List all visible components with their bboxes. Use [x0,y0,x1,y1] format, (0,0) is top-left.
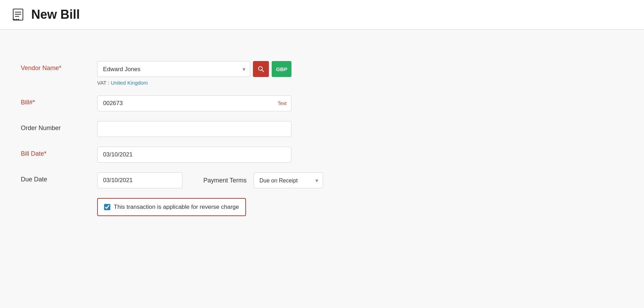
page-header: New Bill [0,0,644,29]
reverse-charge-box: This transaction is applicable for rever… [97,198,246,216]
order-number-label: Order Number [21,121,97,132]
bill-date-label: Bill Date* [21,147,97,157]
bill-number-label: Bill#* [21,95,97,106]
due-date-row: Due Date Payment Terms Due on Receipt Ne… [21,172,465,188]
search-icon [257,66,264,72]
page-title: New Bill [31,7,80,22]
reverse-charge-row: This transaction is applicable for rever… [97,198,465,216]
vendor-select-wrapper: Edward Jones [97,61,250,77]
vendor-input-row: Edward Jones GBP [97,61,291,77]
svg-line-5 [262,70,264,72]
bill-date-input[interactable] [97,147,291,163]
bill-number-wrapper: Text [97,95,291,111]
payment-terms-select-wrapper: Due on Receipt Net 15 Net 30 Net 60 [254,172,323,188]
reverse-charge-label: This transaction is applicable for rever… [114,204,239,211]
due-date-input[interactable] [97,172,183,188]
vendor-name-row: Vendor Name* Edward Jones GBP VAT : Unit [21,61,465,86]
vendor-search-button[interactable] [253,61,269,77]
vendor-name-select[interactable]: Edward Jones [97,61,250,77]
vendor-name-label: Vendor Name* [21,61,97,72]
bill-number-field: Text [97,95,291,111]
header-divider [0,29,644,30]
bill-date-field [97,147,291,163]
order-number-input[interactable] [97,121,291,137]
bill-icon [10,7,26,22]
vat-prefix: VAT : [97,80,111,86]
due-date-label: Due Date [21,172,97,183]
vat-country-link[interactable]: United Kingdom [111,80,148,86]
vendor-name-field: Edward Jones GBP VAT : United Kingdom [97,61,291,86]
reverse-charge-checkbox[interactable] [104,204,110,210]
payment-terms-section: Payment Terms Due on Receipt Net 15 Net … [203,172,323,188]
order-number-row: Order Number [21,121,465,137]
form-container: Vendor Name* Edward Jones GBP VAT : Unit [0,44,486,233]
payment-terms-select[interactable]: Due on Receipt Net 15 Net 30 Net 60 [254,172,323,188]
currency-badge: GBP [272,61,291,77]
vat-info: VAT : United Kingdom [97,80,291,86]
due-date-field [97,172,183,188]
bill-date-row: Bill Date* [21,147,465,163]
bill-number-row: Bill#* Text [21,95,465,111]
order-number-field [97,121,291,137]
bill-number-input[interactable] [97,95,291,111]
due-date-payment-row: Payment Terms Due on Receipt Net 15 Net … [97,172,323,188]
payment-terms-label: Payment Terms [203,177,247,184]
